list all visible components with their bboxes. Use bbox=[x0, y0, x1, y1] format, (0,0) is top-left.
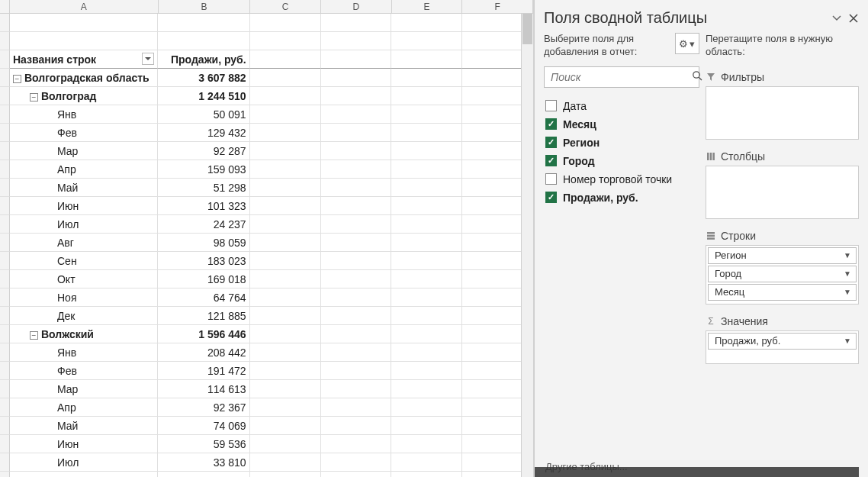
cell[interactable] bbox=[158, 14, 249, 32]
cell[interactable] bbox=[321, 453, 392, 472]
vertical-scrollbar[interactable] bbox=[521, 14, 533, 477]
cell[interactable]: 169 018 bbox=[158, 270, 249, 288]
cell[interactable] bbox=[250, 380, 321, 398]
cell[interactable]: 159 093 bbox=[158, 160, 249, 179]
rows-drop-zone[interactable]: Регион▼Город▼Месяц▼ bbox=[706, 245, 859, 305]
field-item[interactable]: Регион bbox=[544, 134, 699, 152]
cell[interactable]: 114 613 bbox=[158, 380, 249, 398]
field-item[interactable]: Продажи, руб. bbox=[544, 189, 699, 207]
row-header[interactable] bbox=[0, 307, 10, 325]
cell[interactable]: Янв bbox=[10, 343, 158, 362]
cell[interactable] bbox=[391, 417, 462, 435]
cell[interactable]: Фев bbox=[10, 124, 158, 142]
field-checkbox[interactable] bbox=[545, 137, 557, 148]
cell[interactable]: 51 298 bbox=[158, 179, 249, 197]
cell[interactable] bbox=[391, 234, 462, 252]
cell[interactable] bbox=[250, 234, 321, 252]
cell[interactable] bbox=[321, 417, 392, 435]
values-drop-zone[interactable]: Продажи, руб.▼ bbox=[706, 330, 859, 364]
cell[interactable] bbox=[391, 197, 462, 215]
cell[interactable] bbox=[250, 325, 321, 343]
cell[interactable] bbox=[250, 252, 321, 270]
cell[interactable] bbox=[250, 343, 321, 362]
row-header[interactable] bbox=[0, 288, 10, 307]
cell[interactable]: 51 945 bbox=[158, 472, 249, 477]
row-header[interactable] bbox=[0, 32, 10, 50]
cell[interactable]: 92 367 bbox=[158, 398, 249, 417]
row-header[interactable] bbox=[0, 50, 10, 69]
field-list-settings-button[interactable]: ⚙ ▾ bbox=[675, 33, 699, 54]
cell[interactable] bbox=[250, 270, 321, 288]
cell[interactable]: Дек bbox=[10, 307, 158, 325]
cell[interactable] bbox=[321, 398, 392, 417]
cell[interactable] bbox=[321, 142, 392, 160]
cell[interactable] bbox=[321, 234, 392, 252]
field-checkbox[interactable] bbox=[545, 118, 557, 130]
row-header[interactable] bbox=[0, 362, 10, 380]
field-pill[interactable]: Месяц▼ bbox=[708, 284, 857, 301]
collapse-button[interactable]: − bbox=[13, 75, 21, 83]
cell[interactable] bbox=[250, 142, 321, 160]
cell[interactable] bbox=[250, 472, 321, 477]
spreadsheet-grid[interactable]: A B C D E F Названия строкПродажи, руб.−… bbox=[0, 0, 534, 477]
cell[interactable]: 191 472 bbox=[158, 362, 249, 380]
row-header[interactable] bbox=[0, 453, 10, 472]
columns-drop-zone[interactable] bbox=[706, 166, 859, 219]
cell[interactable] bbox=[250, 69, 321, 87]
row-header[interactable] bbox=[0, 124, 10, 142]
row-header[interactable] bbox=[0, 435, 10, 453]
row-header[interactable] bbox=[0, 197, 10, 215]
cell[interactable]: Апр bbox=[10, 160, 158, 179]
row-header[interactable] bbox=[0, 160, 10, 179]
field-checkbox[interactable] bbox=[545, 100, 557, 111]
cell[interactable]: 64 764 bbox=[158, 288, 249, 307]
cell[interactable] bbox=[321, 160, 392, 179]
cell[interactable] bbox=[250, 398, 321, 417]
cell[interactable] bbox=[321, 362, 392, 380]
cell[interactable]: Янв bbox=[10, 105, 158, 124]
column-header[interactable]: F bbox=[462, 0, 533, 14]
cell[interactable] bbox=[321, 50, 392, 69]
cell[interactable] bbox=[158, 32, 249, 50]
chevron-down-icon[interactable]: ▼ bbox=[842, 288, 853, 296]
row-header[interactable] bbox=[0, 398, 10, 417]
cell[interactable]: −Волгоград bbox=[10, 87, 158, 105]
cell[interactable]: Продажи, руб. bbox=[158, 50, 249, 69]
cell[interactable] bbox=[391, 343, 462, 362]
row-header[interactable] bbox=[0, 380, 10, 398]
row-header[interactable] bbox=[0, 179, 10, 197]
cell[interactable] bbox=[321, 343, 392, 362]
cell[interactable] bbox=[321, 325, 392, 343]
cell[interactable]: Окт bbox=[10, 270, 158, 288]
cell[interactable] bbox=[250, 32, 321, 50]
field-pill[interactable]: Город▼ bbox=[708, 266, 857, 282]
cell[interactable] bbox=[10, 32, 158, 50]
cell[interactable] bbox=[250, 417, 321, 435]
column-header[interactable]: B bbox=[159, 0, 251, 14]
cell[interactable] bbox=[250, 307, 321, 325]
cell[interactable] bbox=[391, 398, 462, 417]
cell[interactable]: 101 323 bbox=[158, 197, 249, 215]
close-button[interactable] bbox=[845, 10, 862, 27]
cell[interactable] bbox=[321, 252, 392, 270]
cell[interactable]: 3 607 882 bbox=[158, 69, 249, 87]
field-checkbox[interactable] bbox=[545, 173, 557, 185]
column-header[interactable]: A bbox=[10, 0, 159, 14]
field-item[interactable]: Дата bbox=[544, 97, 699, 115]
cell[interactable]: −Волгоградская область bbox=[10, 69, 158, 87]
cell[interactable] bbox=[250, 362, 321, 380]
row-header[interactable] bbox=[0, 87, 10, 105]
cell[interactable]: 59 536 bbox=[158, 435, 249, 453]
row-header[interactable] bbox=[0, 234, 10, 252]
field-pill[interactable]: Регион▼ bbox=[708, 247, 857, 264]
cell[interactable]: Авг bbox=[10, 234, 158, 252]
cell[interactable]: 1 244 510 bbox=[158, 87, 249, 105]
cell[interactable] bbox=[391, 105, 462, 124]
grid-body[interactable]: Названия строкПродажи, руб.−Волгоградска… bbox=[0, 14, 533, 477]
row-header[interactable] bbox=[0, 325, 10, 343]
cell[interactable] bbox=[250, 453, 321, 472]
cell[interactable]: 129 432 bbox=[158, 124, 249, 142]
cell[interactable] bbox=[391, 307, 462, 325]
cell[interactable] bbox=[391, 32, 462, 50]
cell[interactable]: 92 287 bbox=[158, 142, 249, 160]
